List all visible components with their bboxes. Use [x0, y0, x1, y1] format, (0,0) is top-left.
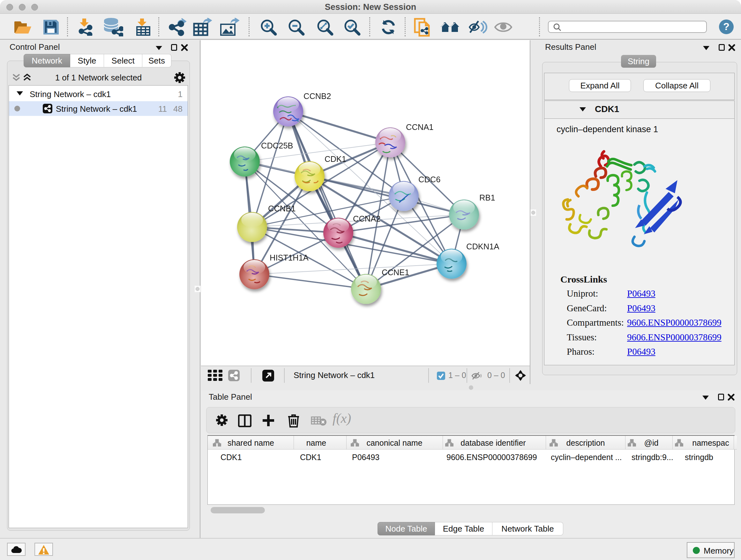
svg-text:CCNA2: CCNA2	[353, 214, 381, 223]
svg-text:CDC6: CDC6	[418, 175, 441, 184]
svg-text:CCNB2: CCNB2	[304, 91, 331, 101]
svg-text:CDK1: CDK1	[325, 154, 346, 164]
svg-text:CDC25B: CDC25B	[261, 141, 293, 150]
svg-text:CCNA1: CCNA1	[406, 123, 433, 132]
svg-text:?: ?	[723, 21, 730, 32]
svg-text:RB1: RB1	[479, 193, 495, 202]
svg-text:CDKN1A: CDKN1A	[466, 242, 499, 251]
svg-text:CCNE1: CCNE1	[382, 268, 409, 277]
svg-text:HIST1H1A: HIST1H1A	[270, 253, 309, 262]
svg-text:CCNB1: CCNB1	[268, 204, 295, 213]
